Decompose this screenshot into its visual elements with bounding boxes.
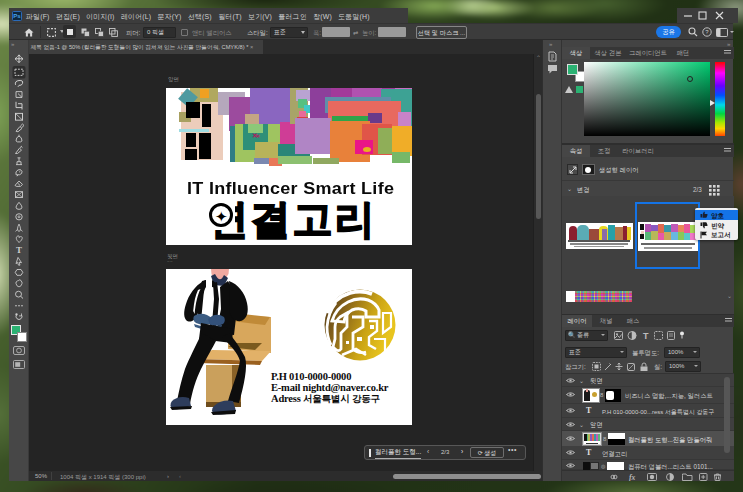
svg-text:?: ? bbox=[705, 29, 709, 35]
svg-text:T: T bbox=[16, 245, 22, 255]
svg-text:fx: fx bbox=[629, 473, 635, 481]
svg-text:T: T bbox=[643, 331, 649, 340]
